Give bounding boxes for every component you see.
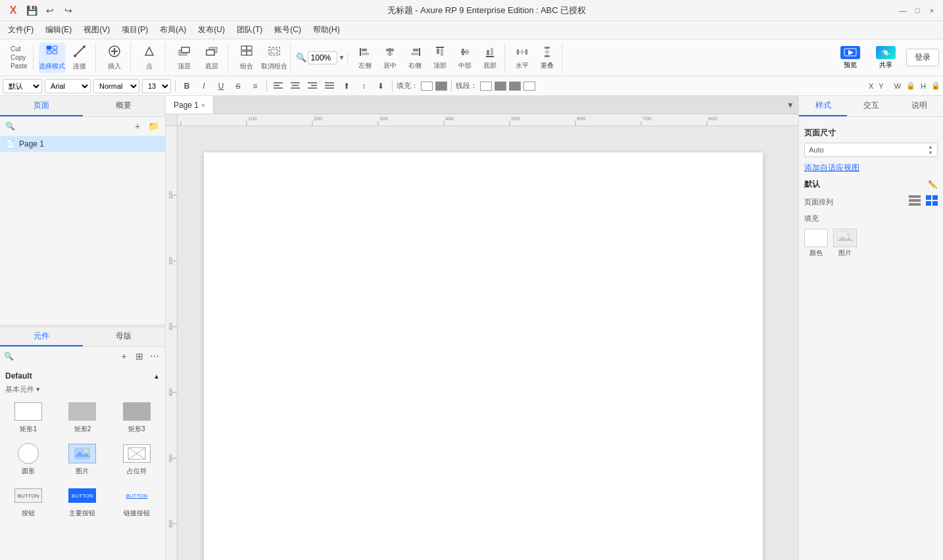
close-btn[interactable]: × [927, 6, 936, 15]
menu-item-publish[interactable]: 发布(U) [193, 22, 230, 37]
tab-pages[interactable]: 页面 [0, 96, 83, 116]
comp-item-image[interactable]: 图片 [57, 439, 108, 478]
layout-grid-icon[interactable] [926, 195, 938, 208]
page-size-input[interactable]: Auto ▲ ▼ [804, 143, 938, 157]
text-align-left-btn[interactable] [271, 79, 285, 93]
layout-list-icon[interactable] [909, 195, 921, 208]
fill-color-box[interactable] [421, 82, 433, 91]
strikethrough-btn[interactable]: S [231, 79, 245, 93]
fill-color-option[interactable]: 颜色 [804, 229, 828, 258]
align-middle-btn[interactable]: 中部 [453, 43, 477, 73]
zoom-input[interactable] [308, 51, 337, 64]
text-align-justify-btn[interactable] [322, 79, 337, 93]
tab-masters[interactable]: 母版 [83, 327, 166, 346]
comp-item-link-btn[interactable]: BUTTON 链接按钮 [111, 481, 162, 521]
select-mode-btn[interactable]: 选择模式 [39, 43, 65, 73]
fill-image-option[interactable]: 图片 [833, 229, 857, 258]
save-icon[interactable]: 💾 [25, 4, 38, 17]
list-btn[interactable]: ≡ [248, 79, 262, 93]
maximize-btn[interactable]: □ [913, 6, 922, 15]
tab-outline[interactable]: 概要 [83, 96, 166, 116]
menu-item-file[interactable]: 文件(F) [3, 22, 39, 37]
comp-item-rect1[interactable]: 矩形1 [3, 397, 54, 436]
comp-item-placeholder[interactable]: 占位符 [111, 439, 162, 478]
align-top-btn[interactable]: 顶部 [428, 43, 452, 73]
vert-align-middle-btn[interactable]: ↕ [356, 79, 371, 93]
fill-color-dark[interactable] [435, 82, 447, 91]
dist-h-btn[interactable]: 水平 [510, 43, 534, 73]
menu-item-project[interactable]: 项目(P) [116, 22, 153, 37]
italic-btn[interactable]: I [197, 79, 211, 93]
align-bottom-btn[interactable]: 底部 [478, 43, 502, 73]
bold-btn[interactable]: B [180, 79, 194, 93]
share-btn[interactable]: 共享 [871, 43, 901, 72]
underline-btn[interactable]: U [214, 79, 228, 93]
align-right-btn[interactable]: 右侧 [403, 43, 427, 73]
vert-align-bottom-btn[interactable]: ⬇ [374, 79, 388, 93]
line-end-box[interactable] [523, 82, 535, 91]
dist-v-btn[interactable]: 重叠 [535, 43, 559, 73]
menu-item-help[interactable]: 帮助(H) [308, 22, 345, 37]
vert-align-top-btn[interactable]: ⬆ [339, 79, 354, 93]
comp-item-rect2[interactable]: 矩形2 [57, 397, 108, 436]
text-align-center-btn[interactable] [288, 79, 302, 93]
text-align-right-btn[interactable] [305, 79, 320, 93]
bottom-layer-btn[interactable]: 底层 [199, 43, 225, 73]
close-tab-btn[interactable]: × [201, 101, 205, 109]
menu-item-team[interactable]: 团队(T) [231, 22, 268, 37]
tab-notes[interactable]: 说明 [895, 96, 943, 116]
paste-btn[interactable]: Paste [8, 62, 30, 70]
cut-btn[interactable]: Cut [8, 45, 30, 53]
canvas-tab-page1[interactable]: Page 1 × [166, 96, 214, 114]
comp-item-primary-btn[interactable]: BUTTON 主要按钮 [57, 481, 108, 521]
menu-item-edit[interactable]: 编辑(E) [40, 22, 77, 37]
undo-icon[interactable]: ↩ [43, 4, 57, 17]
comp-grid-view-btn[interactable]: ⊞ [133, 350, 145, 363]
font-select[interactable]: Arial [45, 79, 91, 93]
add-adaptive-view-link[interactable]: 添加自适应视图 [804, 162, 938, 174]
align-left-btn[interactable]: 左侧 [353, 43, 377, 73]
tab-interaction[interactable]: 交互 [847, 96, 895, 116]
comp-item-button[interactable]: BUTTON 按钮 [3, 481, 54, 521]
connect-btn[interactable]: 连接 [66, 43, 93, 73]
font-size-select[interactable]: 13 [142, 79, 171, 93]
add-page-btn[interactable]: + [131, 120, 144, 133]
ungroup-btn[interactable]: 取消组合 [261, 43, 287, 73]
pages-search-input[interactable] [18, 122, 128, 131]
svg-point-51 [884, 51, 888, 55]
point-btn[interactable]: 点 [136, 43, 162, 73]
zoom-dropdown-icon[interactable]: ▼ [339, 54, 345, 61]
copy-btn[interactable]: Copy [8, 53, 30, 62]
canvas-viewport[interactable] [178, 126, 798, 560]
line-color-dark[interactable] [495, 82, 506, 91]
line-color-box[interactable] [480, 82, 492, 91]
preview-btn[interactable]: 预览 [835, 43, 865, 72]
menu-item-layout[interactable]: 布局(A) [155, 22, 191, 37]
add-comp-library-btn[interactable]: + [118, 350, 130, 363]
group-btn[interactable]: 组合 [233, 43, 260, 73]
menu-item-account[interactable]: 账号(C) [269, 22, 306, 37]
canvas-tab-scroll-btn[interactable]: ▼ [783, 101, 798, 110]
align-bottom-icon [483, 45, 496, 60]
align-center-btn[interactable]: 居中 [378, 43, 402, 73]
tab-style[interactable]: 样式 [799, 96, 847, 116]
style-select[interactable]: 默认 [3, 79, 42, 93]
default-edit-icon[interactable]: ✏️ [928, 180, 938, 189]
comp-search-input[interactable] [16, 352, 115, 361]
menu-item-view[interactable]: 视图(V) [78, 22, 115, 37]
comp-item-circle[interactable]: 圆形 [3, 439, 54, 478]
line-style-box[interactable] [509, 82, 521, 91]
login-btn[interactable]: 登录 [906, 49, 939, 66]
font-weight-select[interactable]: Normal [93, 79, 139, 93]
insert-btn[interactable]: 插入 [101, 43, 128, 73]
comp-item-rect3[interactable]: 矩形3 [111, 397, 162, 436]
add-folder-btn[interactable]: 📁 [147, 120, 160, 133]
comp-more-btn[interactable]: ⋯ [149, 350, 161, 363]
library-expand-btn[interactable]: ▲ [153, 373, 160, 380]
minimize-btn[interactable]: — [898, 6, 907, 15]
tab-components[interactable]: 元件 [0, 327, 83, 346]
page-item[interactable]: 📄 Page 1 [0, 136, 165, 152]
group-ungroup-group: 组合 取消组合 [231, 43, 291, 73]
redo-icon[interactable]: ↪ [62, 4, 75, 17]
top-layer-btn[interactable]: 顶层 [171, 43, 197, 73]
